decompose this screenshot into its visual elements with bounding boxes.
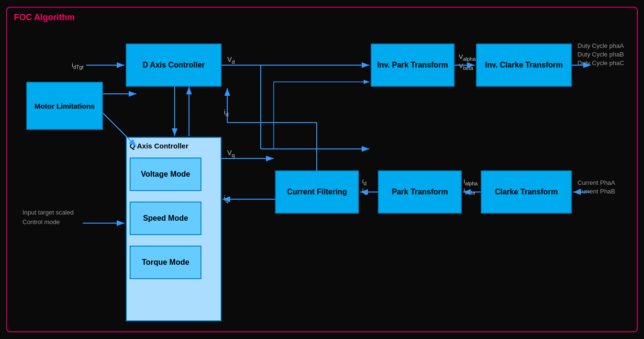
vq-sub: q	[232, 152, 234, 158]
ialpha-sub: alpha	[465, 181, 478, 186]
iq-out-label: iq	[362, 187, 366, 195]
inv-park-transform-block: Inv. Park Transform	[371, 44, 455, 87]
vbeta-sub: beta	[463, 65, 473, 71]
clarke-transform-block: Clarke Transform	[481, 170, 572, 214]
inv-clarke-transform-block: Inv. Clarke Transform	[476, 44, 572, 87]
id-sub: d	[225, 111, 228, 117]
control-mode-label: Control mode	[22, 218, 60, 226]
vd-sub: d	[232, 58, 234, 65]
id-feedback-label: id	[224, 108, 229, 117]
q-axis-label: Q Axis Controller	[130, 142, 189, 150]
current-pha-a-label: Current PhaA	[577, 179, 615, 186]
idtgt-sub: dTgt	[73, 64, 84, 70]
diagram-title: FOC Algorithm	[14, 12, 75, 23]
duty-c-label: Duty Cycle phaC	[577, 59, 624, 67]
vd-label: Vd	[227, 56, 235, 65]
idtgt-label: idTgt	[72, 61, 84, 70]
q-axis-controller-block: Q Axis Controller Voltage Mode Speed Mod…	[126, 137, 222, 321]
d-axis-controller-block: D Axis Controller	[126, 44, 222, 87]
park-transform-block: Park Transform	[378, 170, 462, 214]
motor-limitations-block: Motor Limitations	[26, 82, 103, 130]
valpha-label: Valpha	[459, 53, 476, 62]
ibeta-sub: beta	[465, 190, 475, 195]
id-out-label: id	[362, 178, 366, 186]
id-out-sub: d	[364, 181, 366, 186]
voltage-mode-block: Voltage Mode	[130, 158, 201, 191]
diagram-container: FOC Algorithm Motor Limitations D Axis C…	[6, 7, 638, 332]
torque-mode-block: Torque Mode	[130, 246, 201, 279]
current-pha-b-label: Current PhaB	[577, 188, 615, 195]
valpha-sub: alpha	[463, 56, 476, 62]
duty-a-label: Duty Cycle phaA	[577, 42, 624, 49]
vbeta-label: Vbeta	[459, 62, 473, 71]
speed-mode-block: Speed Mode	[130, 202, 201, 235]
ialpha-label: ialpha	[464, 178, 477, 186]
ibeta-label: ibeta	[464, 187, 475, 195]
current-filtering-block: Current Filtering	[275, 170, 359, 214]
iq-sub: q	[225, 197, 228, 203]
vq-label: Vq	[227, 149, 235, 158]
input-target-label: Input target scaled	[22, 209, 74, 216]
iq-feedback-label: iq	[224, 194, 229, 203]
duty-b-label: Duty Cycle phaB	[577, 51, 624, 58]
iq-out-sub: q	[364, 190, 366, 195]
